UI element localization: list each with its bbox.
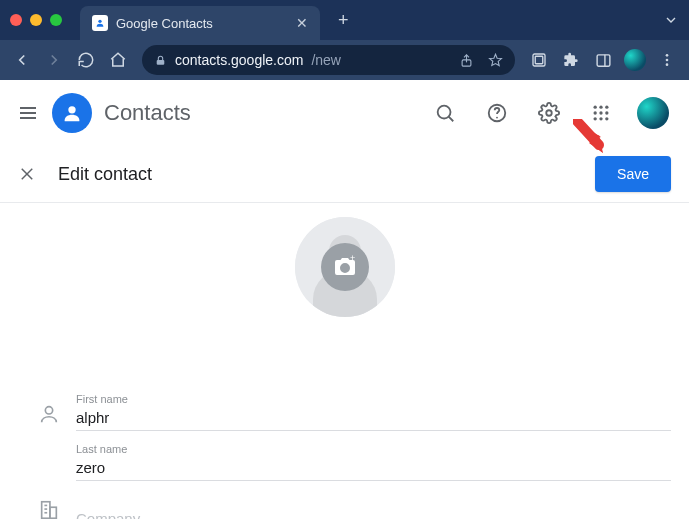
svg-point-23 [599,111,602,114]
company-label: Company [76,510,671,519]
svg-rect-1 [157,59,165,64]
lock-icon [154,54,167,67]
svg-point-32 [45,407,52,414]
url-bar[interactable]: contacts.google.com/new [142,45,515,75]
forward-button[interactable] [40,46,68,74]
svg-point-20 [599,106,602,109]
last-name-input[interactable] [76,457,671,481]
kebab-menu-icon[interactable] [653,46,681,74]
google-apps-button[interactable] [581,93,621,133]
svg-point-25 [594,117,597,120]
svg-point-13 [68,106,75,113]
app-title: Contacts [104,100,191,126]
svg-text:+: + [350,255,355,263]
help-button[interactable] [477,93,517,133]
tab-title: Google Contacts [116,16,213,31]
account-avatar[interactable] [633,93,673,133]
svg-rect-4 [535,56,543,64]
window-controls [10,14,62,26]
svg-point-7 [666,54,669,57]
svg-point-17 [496,117,498,119]
camera-icon: + [321,243,369,291]
svg-point-27 [605,117,608,120]
first-name-input[interactable] [76,407,671,431]
svg-rect-5 [597,54,610,65]
titlebar: Google Contacts ✕ + [0,0,689,40]
browser-tab[interactable]: Google Contacts ✕ [80,6,320,40]
window-maximize-button[interactable] [50,14,62,26]
browser-toolbar: contacts.google.com/new [0,40,689,80]
main-menu-button[interactable] [16,101,40,125]
first-name-label: First name [76,393,671,405]
tabs-dropdown-icon[interactable] [663,12,679,28]
search-button[interactable] [425,93,465,133]
tab-close-icon[interactable]: ✕ [296,15,308,31]
app-header: Contacts [0,80,689,146]
svg-line-15 [449,117,454,122]
company-icon [38,499,62,519]
content: + First name Last name [0,203,689,519]
window-close-button[interactable] [10,14,22,26]
extensions-icon[interactable] [557,46,585,74]
svg-point-21 [605,106,608,109]
bookmark-icon[interactable] [488,53,503,68]
new-tab-button[interactable]: + [338,10,349,31]
svg-rect-33 [42,502,50,519]
svg-point-14 [438,106,451,119]
profile-extension-avatar[interactable] [621,46,649,74]
person-icon [38,403,62,431]
last-name-label: Last name [76,443,671,455]
contacts-logo [52,93,92,133]
svg-point-0 [98,20,101,23]
svg-rect-34 [50,507,56,518]
contact-photo-button[interactable]: + [295,217,395,317]
sidepanel-icon[interactable] [589,46,617,74]
back-button[interactable] [8,46,36,74]
save-button[interactable]: Save [595,156,671,192]
contact-form: First name Last name Company [0,393,689,519]
svg-point-26 [599,117,602,120]
home-button[interactable] [104,46,132,74]
svg-point-19 [594,106,597,109]
edit-title: Edit contact [58,164,152,185]
close-edit-button[interactable] [18,165,36,183]
url-path: /new [311,52,341,68]
svg-point-9 [666,63,669,66]
reload-button[interactable] [72,46,100,74]
window-minimize-button[interactable] [30,14,42,26]
svg-point-18 [546,110,552,116]
settings-button[interactable] [529,93,569,133]
browser-chrome: Google Contacts ✕ + contacts.google.com/… [0,0,689,80]
svg-point-22 [594,111,597,114]
reading-list-icon[interactable] [525,46,553,74]
edit-bar: Edit contact Save [0,146,689,202]
svg-point-24 [605,111,608,114]
url-domain: contacts.google.com [175,52,303,68]
svg-point-8 [666,59,669,62]
tab-favicon [92,15,108,31]
share-icon[interactable] [459,53,474,68]
